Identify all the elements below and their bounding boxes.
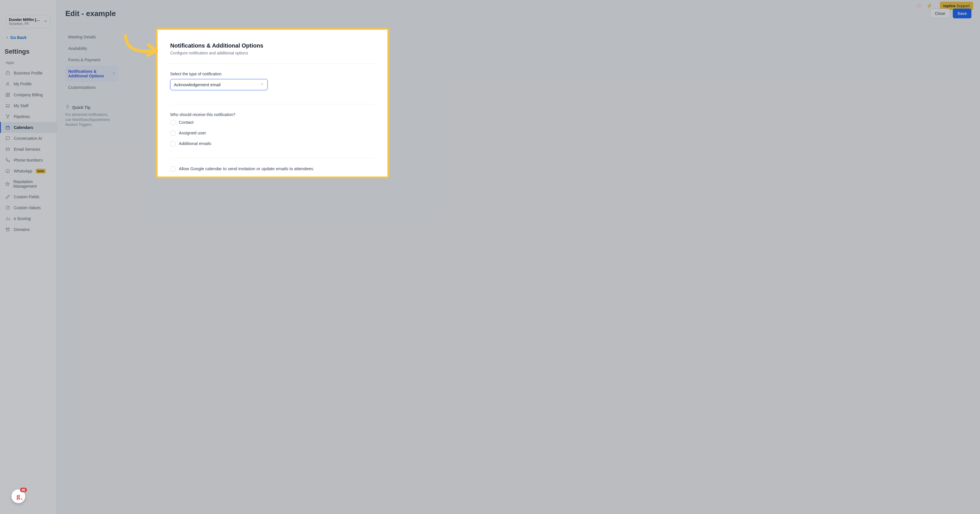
chevron-down-icon [260, 82, 264, 87]
notifications-panel-highlight: Notifications & Additional Options Confi… [156, 28, 389, 178]
sidebar-item-label: Calendars [14, 125, 33, 130]
extra-options-checklist: Allow Google calendar to send invitation… [170, 166, 375, 177]
checkbox[interactable] [170, 167, 175, 172]
checkbox[interactable] [170, 130, 175, 136]
checkbox-row-additional-emails[interactable]: Additional emails [170, 141, 375, 146]
beta-badge: beta [36, 169, 46, 173]
laptop-icon [5, 103, 10, 108]
notification-type-label: Select the type of notification [170, 72, 375, 76]
filter-icon [5, 114, 10, 119]
mail-icon [5, 147, 10, 152]
sidebar-item-label: Phone Numbers [14, 158, 43, 162]
svg-line-17 [8, 207, 9, 208]
sidebar: Dunder Mifflin [D… Scranton, PA Go Back … [0, 0, 57, 514]
sidebar-item-label: Business Profile [14, 71, 42, 75]
annotation-arrow-icon [120, 33, 163, 59]
sidebar-item-pipelines[interactable]: Pipelines [0, 111, 56, 122]
sidebar-item-my-profile[interactable]: My Profile [0, 78, 56, 89]
checkbox-row-assigned-user[interactable]: Assigned user [170, 130, 375, 136]
sidebar-item-custom-fields[interactable]: Custom Fields [0, 191, 56, 202]
sidebar-item-label: My Profile [14, 82, 32, 86]
subnav-item-label: Forms & Payment [68, 57, 100, 62]
sidebar-item-whatsapp[interactable]: WhatsApp beta [0, 165, 56, 177]
subnav-item-label: Availability [68, 46, 87, 51]
sidebar-item-label: WhatsApp [14, 169, 32, 173]
briefcase-icon [5, 70, 10, 76]
checkbox[interactable] [170, 141, 175, 146]
subnav: Meeting DetailsAvailabilityForms & Payme… [65, 31, 118, 127]
settings-heading: Settings [2, 42, 54, 59]
subnav-item-meeting-details[interactable]: Meeting Details [65, 31, 118, 43]
who-label: Who should receive this notification? [170, 112, 375, 117]
sidebar-item-label: Company Billing [14, 92, 43, 97]
subnav-item-label: Customizations [68, 85, 96, 90]
go-back-link[interactable]: Go Back [0, 33, 56, 42]
notification-type-select[interactable]: Acknowledgement email [170, 79, 268, 90]
star-icon [5, 181, 10, 186]
subnav-item-customizations[interactable]: Customizations [65, 82, 118, 93]
chevron-left-icon [6, 35, 9, 40]
help-widget-button[interactable]: g 96 [11, 489, 25, 503]
sidebar-item-label: My Staff [14, 103, 29, 108]
sidebar-item-label: Email Services [14, 147, 40, 151]
gauge-icon [5, 205, 10, 210]
svg-marker-8 [6, 115, 10, 118]
subnav-item-notifications-additional-options[interactable]: Notifications & Additional Options [65, 65, 118, 82]
page-title: Edit - example [65, 9, 116, 18]
save-button[interactable]: Save [953, 9, 971, 18]
grid-icon [5, 92, 10, 97]
account-name: Dunder Mifflin [D… [9, 18, 41, 22]
svg-marker-15 [6, 182, 10, 186]
svg-rect-3 [8, 93, 10, 95]
svg-rect-5 [8, 95, 10, 97]
phone-icon [5, 158, 10, 163]
checkbox-row[interactable]: Allow Google calendar to send invitation… [170, 166, 375, 172]
checkbox-label: Contact [179, 120, 194, 125]
sidebar-item-e-scoring[interactable]: e Scoring [0, 213, 56, 224]
sidebar-item-conversation-ai[interactable]: Conversation AI [0, 133, 56, 144]
sidebar-item-label: e Scoring [14, 216, 31, 221]
sidebar-item-label: Conversation AI [14, 136, 42, 141]
sidebar-nav: Business ProfileMy ProfileCompany Billin… [0, 67, 56, 236]
svg-point-1 [7, 83, 8, 84]
panel-title: Notifications & Additional Options [170, 42, 375, 49]
sidebar-item-my-staff[interactable]: My Staff [0, 100, 56, 111]
checkbox[interactable] [170, 120, 175, 125]
account-switcher[interactable]: Dunder Mifflin [D… Scranton, PA [6, 15, 51, 29]
go-back-label: Go Back [10, 35, 27, 40]
subnav-item-label: Notifications & Additional Options [68, 69, 112, 78]
user-icon [5, 81, 10, 86]
checkbox-label: Allow Google calendar to send invitation… [179, 166, 314, 171]
checkbox-row-contact[interactable]: Contact [170, 120, 375, 125]
subnav-item-forms-payment[interactable]: Forms & Payment [65, 54, 118, 65]
chart-icon [5, 216, 10, 221]
notification-type-value: Acknowledgement email [174, 82, 221, 87]
sidebar-item-reputation-management[interactable]: Reputation Management [0, 177, 56, 191]
close-button[interactable]: Close [930, 9, 950, 18]
sidebar-item-label: Domains [14, 227, 30, 232]
sidebar-item-email-services[interactable]: Email Services [0, 144, 56, 155]
svg-rect-23 [6, 229, 9, 231]
sidebar-item-domains[interactable]: Domains [0, 224, 56, 235]
page-header: Edit - example Close Save [57, 0, 980, 24]
svg-rect-2 [6, 93, 8, 95]
tip-title: Quick Tip [72, 105, 91, 110]
account-location: Scranton, PA [9, 22, 41, 26]
subnav-item-label: Meeting Details [68, 35, 96, 39]
svg-point-25 [67, 105, 69, 107]
apps-label: Apps [2, 59, 54, 67]
sidebar-item-business-profile[interactable]: Business Profile [0, 68, 56, 78]
calendar-icon [5, 125, 10, 130]
sidebar-item-company-billing[interactable]: Company Billing [0, 89, 56, 100]
sidebar-item-label: Custom Values [14, 205, 41, 210]
checkbox-label: Assigned user [179, 130, 206, 135]
help-widget-badge: 96 [20, 488, 27, 492]
svg-rect-9 [6, 126, 10, 129]
sidebar-item-phone-numbers[interactable]: Phone Numbers [0, 155, 56, 165]
checkbox-label: Additional emails [179, 141, 211, 146]
subnav-item-availability[interactable]: Availability [65, 43, 118, 54]
tip-body: For advanced notifications, use Workflow… [65, 112, 111, 127]
sidebar-item-custom-values[interactable]: Custom Values [0, 202, 56, 213]
sidebar-item-calendars[interactable]: Calendars [0, 122, 56, 133]
panel-subtitle: Configure notification and additional op… [170, 51, 375, 55]
